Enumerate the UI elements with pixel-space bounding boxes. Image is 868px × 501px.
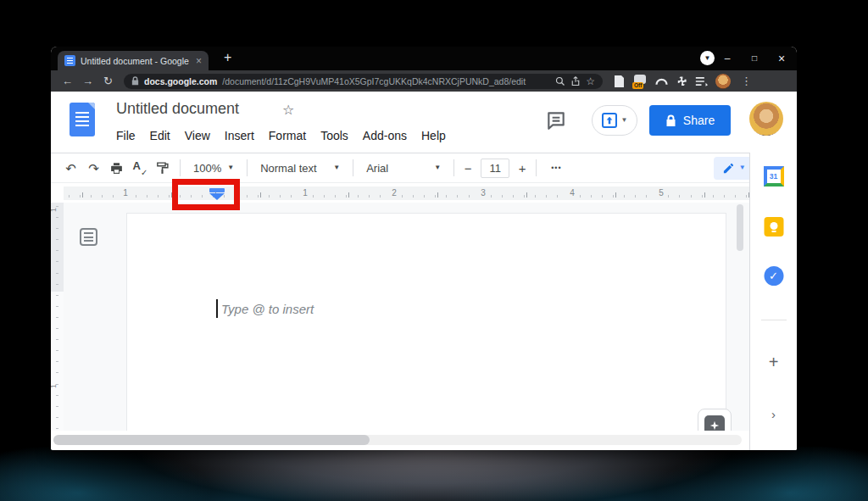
- docs-toolbar: ↶ ↷ A ✓ 100% ▼: [51, 153, 797, 183]
- menu-view[interactable]: View: [183, 128, 212, 143]
- ruler-mark: 1: [51, 208, 58, 212]
- menu-edit[interactable]: Edit: [148, 128, 172, 143]
- highlight-annotation-box: [172, 179, 240, 210]
- browser-tab[interactable]: Untitled document - Google Doc ×: [58, 51, 209, 70]
- url-domain: docs.google.com: [144, 76, 217, 86]
- increase-font-size-button[interactable]: +: [515, 162, 530, 175]
- presentation-mode-button[interactable]: ▼: [592, 105, 637, 136]
- reading-list-icon[interactable]: [695, 76, 708, 86]
- docs-favicon-icon: [64, 55, 75, 66]
- present-arrow-icon: [602, 113, 617, 128]
- ruler-mark: 1: [120, 188, 131, 198]
- close-button[interactable]: ×: [768, 47, 795, 70]
- insert-placeholder-text: Type @ to insert: [221, 302, 314, 316]
- google-tasks-icon[interactable]: ✓: [764, 266, 783, 286]
- chrome-update-badge[interactable]: ▼: [700, 51, 715, 65]
- extensions-bar: Off ⋮: [613, 74, 754, 89]
- star-document-icon[interactable]: ☆: [282, 102, 294, 118]
- horizontal-scrollbar-track[interactable]: [53, 435, 742, 445]
- desk-reflection: [0, 447, 868, 501]
- ruler-row: 1 1 2 3 4 5: [51, 183, 797, 203]
- maximize-button[interactable]: □: [741, 47, 768, 70]
- pencil-icon: [722, 162, 735, 175]
- browser-profile-avatar[interactable]: [715, 74, 731, 89]
- document-title[interactable]: Untitled document: [116, 100, 239, 118]
- chevron-down-icon: ▼: [333, 164, 340, 171]
- new-tab-button[interactable]: +: [219, 49, 236, 66]
- chevron-down-icon: ▼: [227, 164, 234, 171]
- ruler-mark: 1: [300, 188, 310, 198]
- menu-tools[interactable]: Tools: [319, 128, 350, 143]
- ruler-mark: 1: [51, 384, 58, 388]
- browser-toolbar: ← → ↻ docs.google.com /document/d/11zCgH…: [51, 70, 797, 92]
- decrease-font-size-button[interactable]: −: [460, 162, 476, 175]
- reload-icon[interactable]: ↻: [99, 75, 117, 86]
- workspace-side-panel: 31 ✓ + ›: [749, 153, 797, 450]
- extensions-puzzle-icon[interactable]: [676, 75, 687, 87]
- tab-title: Untitled document - Google Doc: [81, 56, 189, 66]
- arc-extension-icon[interactable]: [655, 77, 668, 86]
- comments-button[interactable]: [545, 109, 567, 131]
- document-canvas: 1 1 Type @ to insert: [51, 203, 797, 449]
- paragraph-style-select[interactable]: Normal text ▼: [253, 162, 347, 175]
- back-icon[interactable]: ←: [58, 75, 76, 86]
- paint-format-icon[interactable]: [151, 161, 174, 175]
- blocker-extension-icon[interactable]: Off: [632, 74, 648, 89]
- tab-strip: Untitled document - Google Doc × + ▼ – □…: [51, 47, 797, 70]
- more-tools-icon[interactable]: •••: [551, 164, 561, 172]
- user-avatar[interactable]: [749, 102, 783, 136]
- window-controls: – □ ×: [714, 47, 795, 70]
- font-select[interactable]: Arial ▼: [359, 162, 448, 175]
- spellcheck-icon[interactable]: A ✓: [128, 160, 151, 175]
- ruler-mark: 2: [389, 188, 399, 198]
- editing-mode-button[interactable]: ▼: [714, 157, 754, 180]
- address-bar[interactable]: docs.google.com /document/d/11zCgH9VuMP4…: [124, 74, 603, 89]
- vertical-ruler[interactable]: 1 1: [51, 203, 64, 431]
- menu-file[interactable]: File: [114, 128, 137, 143]
- google-keep-icon[interactable]: [764, 217, 783, 237]
- google-calendar-icon[interactable]: 31: [764, 166, 784, 186]
- minimize-button[interactable]: –: [714, 47, 741, 70]
- notes-extension-icon[interactable]: [613, 75, 625, 88]
- share-page-icon[interactable]: [570, 76, 581, 86]
- get-addons-button[interactable]: +: [769, 353, 779, 370]
- chevron-down-icon: ▼: [621, 117, 628, 124]
- menu-format[interactable]: Format: [267, 128, 308, 143]
- browser-menu-icon[interactable]: ⋮: [738, 75, 754, 87]
- menu-help[interactable]: Help: [420, 128, 448, 143]
- lock-icon: [131, 76, 139, 86]
- ruler-mark: 5: [656, 188, 666, 198]
- zoom-search-icon[interactable]: [555, 76, 565, 86]
- menu-addons[interactable]: Add-ons: [361, 128, 409, 143]
- lock-icon: [665, 114, 676, 127]
- collapse-side-panel-icon[interactable]: ›: [771, 408, 776, 420]
- ruler-mark: 4: [567, 188, 577, 198]
- zoom-select[interactable]: 100% ▼: [186, 162, 241, 175]
- horizontal-ruler[interactable]: 1 1 2 3 4 5: [64, 186, 749, 200]
- side-panel-divider: [761, 320, 787, 320]
- print-icon[interactable]: [105, 161, 128, 175]
- share-label: Share: [683, 114, 715, 127]
- horizontal-scrollbar-thumb[interactable]: [53, 435, 370, 445]
- menu-insert[interactable]: Insert: [223, 128, 256, 143]
- font-size-input[interactable]: 11: [481, 159, 509, 178]
- ruler-mark: 3: [478, 188, 488, 198]
- share-button[interactable]: Share: [649, 105, 731, 136]
- text-cursor: [216, 299, 218, 318]
- bookmark-star-icon[interactable]: ☆: [586, 76, 595, 86]
- browser-window: Untitled document - Google Doc × + ▼ – □…: [51, 47, 797, 450]
- docs-logo-icon[interactable]: [70, 103, 95, 136]
- document-outline-button[interactable]: [80, 228, 97, 246]
- docs-header: Untitled document ☆ File Edit View Inser…: [51, 92, 797, 153]
- tab-close-icon[interactable]: ×: [194, 55, 202, 67]
- undo-icon[interactable]: ↶: [59, 162, 82, 175]
- bottom-strip: [51, 431, 749, 449]
- chevron-down-icon: ▼: [434, 164, 441, 171]
- forward-icon[interactable]: →: [79, 75, 97, 86]
- document-page[interactable]: Type @ to insert: [127, 214, 726, 431]
- redo-icon[interactable]: ↷: [82, 162, 105, 175]
- docs-menubar: File Edit View Insert Format Tools Add-o…: [114, 128, 448, 143]
- vertical-scrollbar[interactable]: [737, 204, 743, 251]
- chevron-down-icon: ▼: [739, 164, 746, 171]
- url-path: /document/d/11zCgH9VuMP41oX5GpI7cgUKKqDk…: [222, 76, 550, 86]
